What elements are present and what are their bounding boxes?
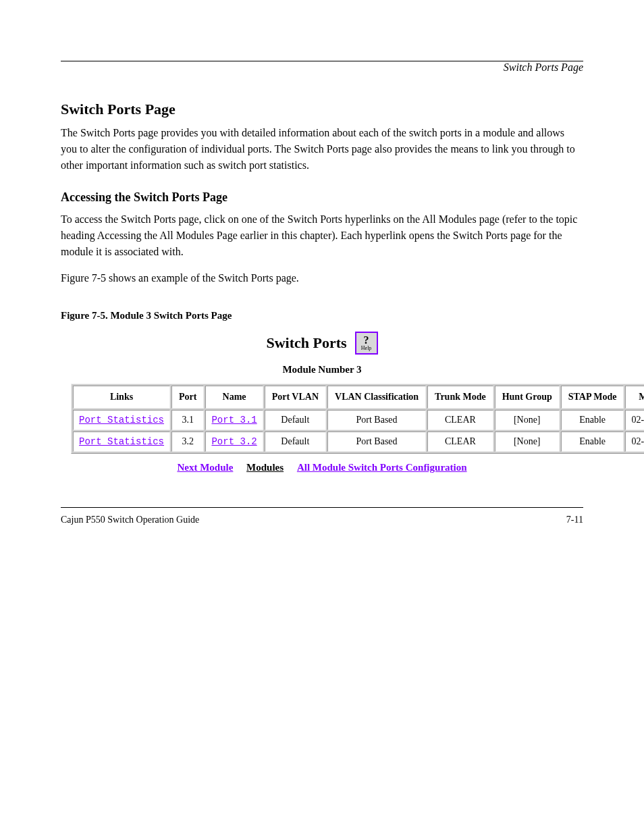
switch-ports-inline-link: Switch Ports — [288, 213, 342, 225]
subheading-accessing: Accessing the Switch Ports Page — [61, 190, 583, 205]
table-row: Port Statistics 3.1 Port 3.1 Default Por… — [73, 410, 644, 430]
cell-vlan-class: Port Based — [327, 410, 426, 430]
help-icon: ? — [364, 335, 369, 346]
col-links: Links — [73, 386, 170, 409]
help-label: Help — [361, 346, 372, 351]
cell-hunt-group: [None] — [495, 432, 560, 452]
cell-trunk-mode: CLEAR — [427, 410, 493, 430]
footer-left: Cajun P550 Switch Operation Guide — [61, 515, 199, 525]
col-hunt-group: Hunt Group — [495, 386, 560, 409]
port-statistics-link[interactable]: Port Statistics — [79, 415, 164, 425]
panel-title-row: Switch Ports ? Help — [71, 332, 573, 355]
page-title: Switch Ports Page — [61, 101, 583, 118]
cell-port-vlan: Default — [265, 432, 326, 452]
figure-ref-line: Figure 7-5 shows an example of the Switc… — [61, 270, 583, 286]
accessing-text-1: To access the Switch Ports page, click o… — [61, 213, 288, 225]
cell-mac: 02-e0-3b-02-41-69 — [625, 432, 644, 452]
port-name-link[interactable]: Port 3.2 — [211, 436, 257, 447]
cell-port-vlan: Default — [265, 410, 326, 430]
table-row: Port Statistics 3.2 Port 3.2 Default Por… — [73, 432, 644, 452]
cell-port: 3.2 — [171, 432, 204, 452]
intro-paragraph: The Switch Ports page provides you with … — [61, 125, 583, 174]
footer-rule — [61, 507, 583, 508]
cell-port: 3.1 — [171, 410, 204, 430]
next-module-link[interactable]: Next Module — [177, 462, 233, 473]
all-config-link[interactable]: All Module Switch Ports Configuration — [297, 462, 467, 473]
col-vlan-class: VLAN Classification — [327, 386, 426, 409]
accessing-paragraph: To access the Switch Ports page, click o… — [61, 211, 583, 260]
module-number-label: Module Number 3 — [71, 364, 573, 375]
col-trunk-mode: Trunk Mode — [427, 386, 493, 409]
help-button[interactable]: ? Help — [355, 332, 378, 355]
footer-right: 7-11 — [566, 515, 583, 525]
cell-hunt-group: [None] — [495, 410, 560, 430]
cell-vlan-class: Port Based — [327, 432, 426, 452]
cell-stap-mode: Enable — [561, 410, 624, 430]
page-footer: Cajun P550 Switch Operation Guide 7-11 — [61, 515, 583, 525]
port-name-link[interactable]: Port 3.1 — [211, 415, 257, 425]
col-stap-mode: STAP Mode — [561, 386, 624, 409]
panel-title: Switch Ports — [266, 334, 346, 352]
panel-bottom-links: Next Module Modules All Module Switch Po… — [71, 462, 573, 473]
running-header: Switch Ports Page — [61, 61, 583, 74]
col-port-vlan: Port VLAN — [265, 386, 326, 409]
table-header-row: Links Port Name Port VLAN VLAN Classific… — [73, 386, 644, 409]
cell-trunk-mode: CLEAR — [427, 432, 493, 452]
col-port: Port — [171, 386, 204, 409]
switch-ports-panel: Switch Ports ? Help Module Number 3 Link… — [71, 332, 573, 473]
col-mac-address: MAC Address — [625, 386, 644, 409]
cell-stap-mode: Enable — [561, 432, 624, 452]
col-name: Name — [205, 386, 263, 409]
modules-link[interactable]: Modules — [246, 462, 284, 473]
switch-ports-table: Links Port Name Port VLAN VLAN Classific… — [71, 384, 644, 454]
cell-mac: 02-e0-3b-02-41-68 — [625, 410, 644, 430]
figure-caption: Figure 7-5. Module 3 Switch Ports Page — [61, 310, 583, 321]
port-statistics-link[interactable]: Port Statistics — [79, 436, 164, 447]
